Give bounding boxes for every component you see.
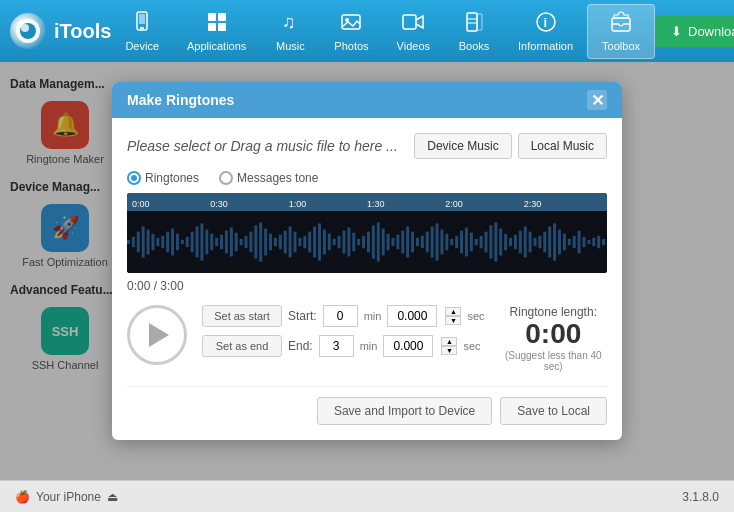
svg-rect-87	[436, 223, 439, 260]
start-sec-input[interactable]	[387, 305, 437, 327]
download-icon: ⬇	[671, 24, 682, 39]
svg-rect-68	[343, 231, 346, 254]
svg-rect-30	[156, 238, 159, 246]
svg-rect-111	[553, 223, 556, 260]
svg-rect-33	[171, 229, 174, 256]
timeline-mark-1: 0:30	[210, 199, 288, 211]
ringtones-radio-label[interactable]: Ringtones	[127, 171, 199, 185]
svg-rect-6	[208, 13, 216, 21]
set-end-button[interactable]: Set as end	[202, 335, 282, 357]
file-prompt: Please select or Drag a music file to he…	[127, 138, 398, 154]
svg-rect-75	[377, 222, 380, 261]
download-button[interactable]: ⬇ Download	[655, 16, 734, 47]
nav-device[interactable]: Device	[111, 4, 173, 59]
svg-rect-121	[602, 239, 605, 245]
svg-rect-9	[218, 23, 226, 31]
svg-rect-94	[470, 233, 473, 252]
end-row: Set as end End: min ▲ ▼ sec	[202, 335, 485, 357]
waveform-svg	[127, 211, 607, 273]
messages-tone-radio-button[interactable]	[219, 171, 233, 185]
svg-point-2	[21, 24, 29, 32]
svg-rect-86	[431, 227, 434, 258]
nav-photos-label: Photos	[334, 40, 368, 52]
action-buttons: Save and Import to Device Save to Local	[127, 386, 607, 425]
end-sec-unit: sec	[463, 340, 480, 352]
timeline-mark-4: 2:00	[445, 199, 523, 211]
ringtones-radio-button[interactable]	[127, 171, 141, 185]
end-sec-up[interactable]: ▲	[441, 337, 457, 346]
svg-rect-106	[529, 232, 532, 253]
ringtone-suggest: (Suggest less than 40 sec)	[500, 350, 607, 372]
device-info: 🍎 Your iPhone ⏏	[15, 490, 118, 504]
nav-videos[interactable]: Videos	[383, 4, 444, 59]
nav-toolbox[interactable]: Toolbox	[587, 4, 655, 59]
nav-music[interactable]: ♫ Music	[260, 4, 320, 59]
nav-applications[interactable]: Applications	[173, 4, 260, 59]
device-music-button[interactable]: Device Music	[414, 133, 511, 159]
apple-icon: 🍎	[15, 490, 30, 504]
photos-icon	[340, 11, 362, 38]
end-sec-input[interactable]	[383, 335, 433, 357]
top-bar: iTools Device Applications	[0, 0, 734, 62]
nav-books[interactable]: Books	[444, 4, 504, 59]
nav-videos-label: Videos	[397, 40, 430, 52]
nav-toolbox-label: Toolbox	[602, 40, 640, 52]
svg-rect-82	[411, 232, 414, 253]
svg-rect-35	[181, 240, 184, 244]
svg-rect-72	[362, 236, 365, 248]
svg-rect-73	[367, 232, 370, 253]
app-logo-icon	[10, 13, 46, 49]
save-local-button[interactable]: Save to Local	[500, 397, 607, 425]
timeline: 0:00 0:30 1:00 1:30 2:00 2:30	[127, 193, 607, 211]
svg-rect-24	[127, 240, 130, 244]
toolbox-icon	[610, 11, 632, 38]
start-sec-up[interactable]: ▲	[445, 307, 461, 316]
svg-rect-25	[132, 237, 135, 247]
svg-rect-53	[269, 234, 272, 251]
waveform-visual[interactable]	[127, 211, 607, 273]
svg-rect-98	[489, 225, 492, 258]
start-sec-down[interactable]: ▼	[445, 316, 461, 325]
messages-tone-radio-label[interactable]: Messages tone	[219, 171, 318, 185]
svg-rect-99	[494, 222, 497, 261]
nav-photos[interactable]: Photos	[320, 4, 382, 59]
version-number: 3.1.8.0	[682, 490, 719, 504]
svg-rect-64	[323, 230, 326, 255]
local-music-button[interactable]: Local Music	[518, 133, 607, 159]
status-bar: 🍎 Your iPhone ⏏ 3.1.8.0	[0, 480, 734, 512]
end-sec-spinner[interactable]: ▲ ▼	[441, 337, 457, 355]
eject-icon: ⏏	[107, 490, 118, 504]
start-sec-spinner[interactable]: ▲ ▼	[445, 307, 461, 325]
svg-rect-92	[460, 231, 463, 254]
end-min-input[interactable]	[319, 335, 354, 357]
timeline-mark-2: 1:00	[289, 199, 367, 211]
nav-applications-label: Applications	[187, 40, 246, 52]
start-min-input[interactable]	[323, 305, 358, 327]
svg-rect-83	[416, 238, 419, 246]
svg-rect-103	[514, 235, 517, 249]
svg-rect-40	[205, 230, 208, 255]
svg-rect-34	[176, 234, 179, 251]
play-button[interactable]	[127, 305, 187, 365]
svg-rect-48	[245, 236, 248, 248]
svg-rect-81	[406, 227, 409, 258]
save-import-button[interactable]: Save and Import to Device	[317, 397, 492, 425]
svg-rect-45	[230, 228, 233, 257]
modal-close-button[interactable]: ✕	[587, 90, 607, 110]
waveform-container: 0:00 0:30 1:00 1:30 2:00 2:30	[127, 193, 607, 273]
time-display: 0:00 / 3:00	[127, 279, 607, 293]
set-start-button[interactable]: Set as start	[202, 305, 282, 327]
svg-rect-110	[548, 227, 551, 258]
svg-rect-88	[440, 230, 443, 255]
svg-rect-36	[186, 237, 189, 247]
svg-text:i: i	[543, 15, 547, 30]
start-min-unit: min	[364, 310, 382, 322]
nav-information[interactable]: i Information	[504, 4, 587, 59]
svg-rect-51	[259, 222, 262, 261]
svg-rect-89	[445, 234, 448, 251]
svg-rect-69	[347, 228, 350, 257]
end-sec-down[interactable]: ▼	[441, 346, 457, 355]
start-label: Start:	[288, 309, 317, 323]
svg-rect-63	[318, 223, 321, 260]
svg-rect-42	[215, 238, 218, 246]
